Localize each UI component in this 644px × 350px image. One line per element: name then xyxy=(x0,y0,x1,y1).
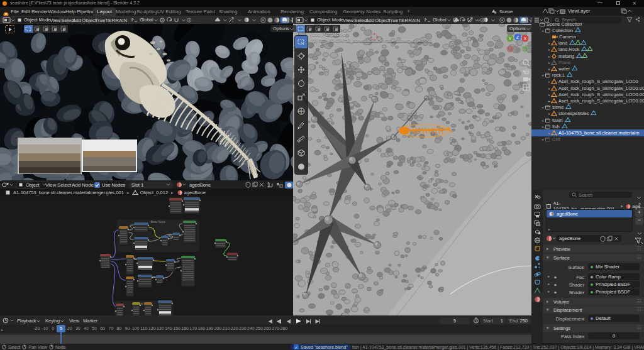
svg-text:260: 260 xyxy=(264,326,271,331)
svg-text:100: 100 xyxy=(132,326,140,331)
svg-text:60: 60 xyxy=(100,326,105,331)
svg-text:Bone Noise: Bone Noise xyxy=(151,221,166,224)
svg-text:270: 270 xyxy=(272,326,279,331)
svg-text:220: 220 xyxy=(231,326,238,331)
svg-text:280: 280 xyxy=(280,326,287,331)
svg-text:80: 80 xyxy=(116,326,121,331)
svg-text:230: 230 xyxy=(239,326,247,331)
svg-text:140: 140 xyxy=(165,326,172,331)
svg-text:170: 170 xyxy=(189,326,197,331)
svg-text:Z: Z xyxy=(516,35,519,40)
svg-text:-10: -10 xyxy=(42,326,48,331)
svg-text:40: 40 xyxy=(84,326,89,331)
svg-text:160: 160 xyxy=(181,326,189,331)
svg-text:X: X xyxy=(524,36,527,41)
svg-text:Y: Y xyxy=(509,36,512,41)
svg-text:70: 70 xyxy=(108,326,113,331)
svg-text:20: 20 xyxy=(67,326,72,331)
svg-text:190: 190 xyxy=(206,326,214,331)
svg-text:0: 0 xyxy=(52,326,55,331)
svg-text:50: 50 xyxy=(92,326,97,331)
svg-text:130: 130 xyxy=(157,326,164,331)
svg-text:30: 30 xyxy=(75,326,80,331)
svg-text:-20: -20 xyxy=(33,326,40,331)
svg-text:120: 120 xyxy=(148,326,156,331)
svg-text:240: 240 xyxy=(247,326,255,331)
svg-text:210: 210 xyxy=(223,326,230,331)
svg-text:180: 180 xyxy=(197,326,205,331)
svg-text:90: 90 xyxy=(125,326,130,331)
svg-text:150: 150 xyxy=(173,326,180,331)
svg-text:250: 250 xyxy=(255,326,263,331)
svg-text:110: 110 xyxy=(140,326,147,331)
svg-text:200: 200 xyxy=(214,326,222,331)
